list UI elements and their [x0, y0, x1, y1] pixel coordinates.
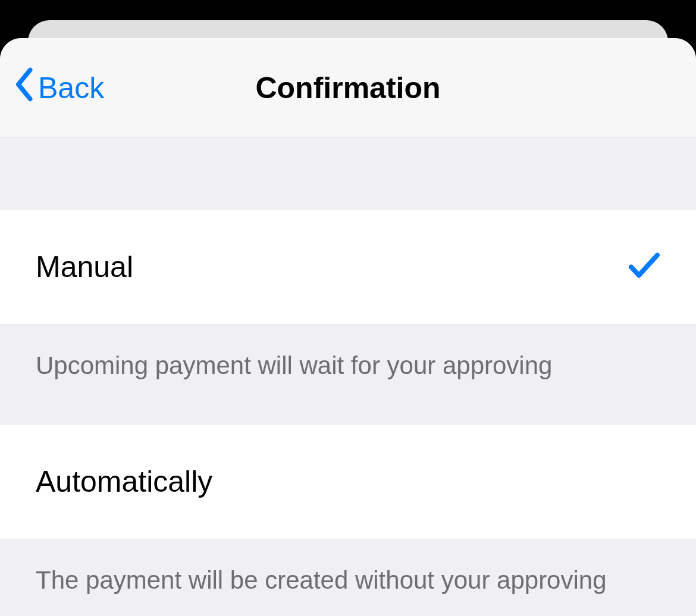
option-description-text: The payment will be created without your… — [36, 566, 607, 594]
section-spacer — [0, 138, 696, 209]
option-row-manual[interactable]: Manual — [0, 209, 696, 325]
app-stage: Back Confirmation Manual Upcoming paymen… — [0, 0, 696, 616]
nav-bar: Back Confirmation — [0, 38, 696, 138]
option-description: Upcoming payment will wait for your appr… — [0, 325, 696, 424]
option-label: Manual — [36, 250, 133, 284]
chevron-left-icon — [13, 67, 35, 109]
checkmark-icon — [628, 252, 660, 282]
back-button-label: Back — [38, 71, 104, 105]
option-row-automatically[interactable]: Automatically — [0, 424, 696, 539]
option-description-text: Upcoming payment will wait for your appr… — [36, 351, 552, 379]
option-label: Automatically — [36, 464, 212, 499]
back-button[interactable]: Back — [13, 38, 104, 137]
modal-sheet: Back Confirmation Manual Upcoming paymen… — [0, 38, 696, 616]
page-title: Confirmation — [0, 38, 696, 137]
page-title-text: Confirmation — [255, 71, 440, 105]
option-description: The payment will be created without your… — [0, 539, 696, 616]
